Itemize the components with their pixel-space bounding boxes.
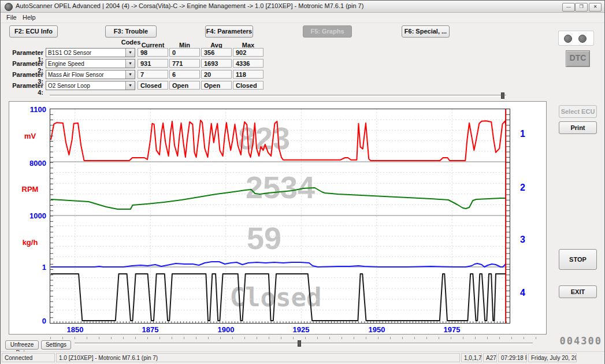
graph-scroll-thumb-top[interactable] [501, 92, 504, 99]
history-scroll-thumb[interactable] [298, 340, 301, 347]
status-code: A274 [483, 353, 497, 362]
window-title: AutoScanner OPEL Advanced | 2004 (4) -> … [16, 2, 363, 9]
menu-help[interactable]: Help [20, 13, 38, 21]
settings-button[interactable]: Settings [41, 340, 71, 350]
xtick-1875: 1875 [133, 325, 168, 334]
parameter-3-select[interactable]: Mass Air Flow Sensor ▼ [46, 70, 135, 79]
trace-4 [51, 274, 506, 321]
xtick-1925: 1925 [284, 325, 318, 334]
f2-ecu-info-button[interactable]: F2: ECU Info [9, 25, 58, 38]
rx-led-icon [564, 35, 572, 43]
close-icon[interactable]: ✕ [589, 3, 602, 12]
unfreeze-data-button[interactable]: Unfreeze Data [5, 340, 39, 350]
menu-bar: File Help [1, 13, 604, 23]
trace-number-1: 1 [520, 129, 525, 139]
xtick-1900: 1900 [209, 325, 243, 334]
sample-counter: 004300 [551, 335, 602, 347]
parameter-2-select[interactable]: Engine Speed ▼ [46, 59, 135, 68]
p4-current: Closed [138, 81, 168, 90]
xtick-1975: 1975 [435, 325, 469, 334]
parameter-4-label: Parameter 4: [6, 82, 43, 96]
tx-led-icon [578, 35, 587, 43]
parameter-3-value: Mass Air Flow Sensor [48, 72, 104, 78]
unit-rpm: RPM [17, 185, 43, 194]
trace-1 [51, 120, 506, 161]
status-connection: Connected [2, 353, 55, 362]
exit-button[interactable]: EXIT [559, 285, 597, 298]
status-date: Friday, July 20, 2012 [528, 353, 577, 362]
status-led-panel [558, 31, 594, 46]
graph-scroll-track-top[interactable] [50, 95, 506, 97]
status-device: 1.0 [Z10XEP] - Motronic M7.6.1 (pin 7) [56, 353, 460, 362]
app-icon [5, 3, 13, 11]
trace-number-2: 2 [520, 183, 525, 193]
f4-parameters-button[interactable]: F4: Parameters [205, 25, 253, 38]
chevron-down-icon[interactable]: ▼ [125, 60, 135, 68]
dtc-button: DTC [566, 50, 590, 67]
select-ecu-button: Select ECU [559, 105, 597, 118]
p1-min: 0 [169, 48, 200, 57]
p1-max: 902 [233, 48, 263, 57]
p2-avg: 1693 [201, 59, 232, 68]
status-counters: 1,0,1,70 [461, 353, 482, 362]
p3-max: 118 [233, 70, 263, 79]
trace-2 [51, 188, 506, 209]
yscale-1000: 1000 [12, 211, 46, 220]
unit-kgh: kg/h [17, 238, 43, 247]
yscale-8000: 8000 [12, 159, 46, 168]
minimize-icon[interactable]: — [562, 3, 575, 12]
p4-min: Open [169, 81, 200, 90]
p4-avg: Open [201, 81, 232, 90]
xtick-1850: 1850 [58, 325, 92, 334]
chevron-down-icon[interactable]: ▼ [125, 49, 135, 57]
p3-avg: 20 [201, 70, 232, 79]
f5-graphs-button: F5: Graphs [303, 25, 352, 38]
title-bar: AutoScanner OPEL Advanced | 2004 (4) -> … [1, 1, 604, 13]
xtick-1950: 1950 [359, 325, 394, 334]
status-time: 07:29:18 PM [498, 353, 527, 362]
chevron-down-icon[interactable]: ▼ [125, 81, 135, 90]
p3-min: 6 [169, 70, 200, 79]
trackbar-ticks [50, 337, 546, 339]
trace-number-3: 3 [520, 235, 525, 245]
f3-trouble-codes-button[interactable]: F3: Trouble Codes [105, 25, 157, 38]
parameter-4-value: O2 Sensor Loop [48, 83, 90, 89]
yscale-1: 1 [12, 263, 46, 272]
parameter-4-select[interactable]: O2 Sensor Loop ▼ [46, 81, 135, 90]
p2-max: 4336 [233, 59, 263, 68]
menu-file[interactable]: File [4, 13, 19, 21]
parameter-1-value: B1S1 O2 Sensor [48, 50, 91, 56]
stop-button[interactable]: STOP [559, 249, 597, 270]
p1-current: 98 [138, 48, 168, 57]
chevron-down-icon[interactable]: ▼ [125, 70, 135, 79]
graph-panel: 1100 8000 1000 1 0 mV RPM kg/h 1 2 3 4 8… [9, 101, 547, 335]
unit-mv: mV [17, 132, 43, 140]
p4-max: Closed [233, 81, 263, 90]
f6-special-button[interactable]: F6: Special, ... [402, 25, 450, 38]
plot-area[interactable]: 823 2534 59 Closed [50, 109, 510, 324]
print-button[interactable]: Print [559, 121, 597, 134]
p3-current: 7 [138, 70, 168, 79]
status-bar: Connected 1.0 [Z10XEP] - Motronic M7.6.1… [1, 351, 604, 364]
parameter-2-value: Engine Speed [48, 61, 84, 67]
p1-avg: 356 [201, 48, 232, 57]
graph-canvas [50, 109, 510, 323]
parameter-1-select[interactable]: B1S1 O2 Sensor ▼ [46, 48, 135, 57]
yscale-1100: 1100 [12, 105, 46, 114]
trace-number-4: 4 [520, 288, 525, 298]
p2-min: 771 [169, 59, 200, 68]
trace-3 [51, 262, 506, 267]
yscale-0: 0 [12, 317, 46, 325]
history-scroll-track[interactable] [75, 343, 533, 345]
p2-current: 931 [138, 59, 168, 68]
app-window: AutoScanner OPEL Advanced | 2004 (4) -> … [0, 0, 605, 364]
restore-icon[interactable]: ❐ [575, 3, 588, 12]
